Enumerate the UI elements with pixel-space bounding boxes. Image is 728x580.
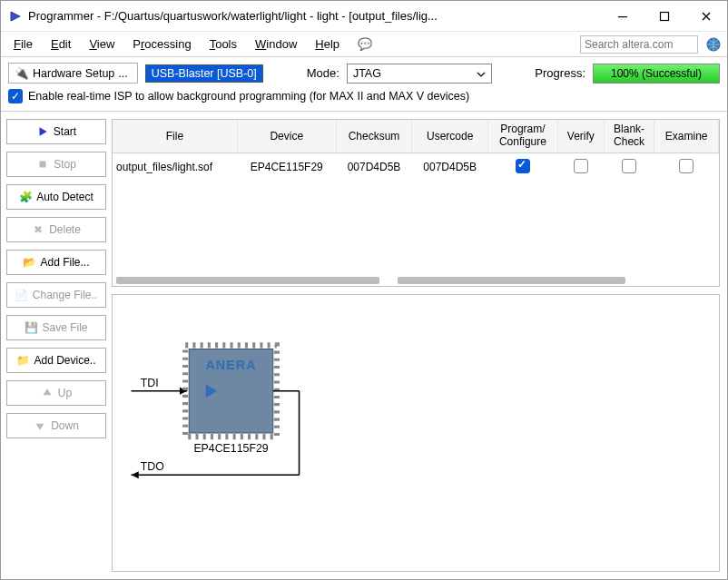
minimize-button[interactable]	[602, 2, 644, 31]
chip-icon[interactable]: ANERA	[185, 345, 277, 437]
selected-hardware[interactable]: USB-Blaster [USB-0]	[145, 64, 263, 83]
tdo-label: TDO	[141, 460, 164, 473]
add-file-label: Add File...	[40, 256, 89, 269]
svg-rect-1	[661, 12, 669, 20]
delete-button[interactable]: ✖ Delete	[6, 217, 106, 242]
menu-tools[interactable]: Tools	[202, 35, 244, 53]
add-device-label: Add Device..	[34, 354, 95, 367]
tdi-label: TDI	[141, 377, 159, 389]
title-bar: Programmer - F:/Quartus/quartuswork/wate…	[1, 1, 727, 32]
chevron-down-icon	[477, 67, 486, 80]
menu-view[interactable]: View	[82, 35, 122, 53]
change-file-icon: 📄	[15, 289, 28, 301]
menu-edit[interactable]: Edit	[44, 35, 78, 53]
sidebar: Start Stop 🧩 Auto Detect ✖ Delete 📂 Add …	[1, 112, 112, 579]
menu-feedback-icon[interactable]: 💬	[350, 35, 379, 53]
down-icon	[34, 419, 46, 432]
jtag-diagram: TDI ANERA EP4CE115F29 TDO	[112, 294, 720, 572]
progress-label: Progress:	[535, 66, 585, 80]
menu-file[interactable]: File	[6, 35, 40, 53]
delete-icon: ✖	[32, 223, 44, 236]
col-checksum[interactable]: Checksum	[336, 120, 412, 152]
progress-bar: 100% (Successful)	[593, 64, 720, 84]
cell-usercode: 007D4D5B	[412, 152, 488, 182]
save-file-icon: 💾	[25, 321, 37, 334]
down-button[interactable]: Down	[6, 413, 106, 438]
device-table: File Device Checksum Usercode Program/Co…	[112, 119, 720, 287]
delete-label: Delete	[49, 223, 81, 236]
add-file-button[interactable]: 📂 Add File...	[6, 250, 106, 275]
save-file-button[interactable]: 💾 Save File	[6, 315, 106, 340]
realtime-isp-checkbox[interactable]: ✓	[8, 89, 23, 103]
examine-checkbox[interactable]	[679, 159, 694, 173]
start-icon	[36, 125, 49, 138]
program-checkbox[interactable]	[516, 159, 530, 173]
menu-bar: File Edit View Processing Tools Window H…	[1, 32, 727, 57]
content: File Device Checksum Usercode Program/Co…	[112, 112, 727, 579]
chip-label: EP4CE115F29	[193, 442, 268, 455]
add-file-icon: 📂	[23, 256, 35, 269]
start-button[interactable]: Start	[6, 119, 106, 144]
table-row[interactable]: output_files/light.sof EP4CE115F29 007D4…	[113, 152, 719, 182]
mode-value: JTAG	[353, 67, 381, 80]
menu-window[interactable]: Window	[248, 35, 304, 53]
up-icon	[41, 387, 54, 399]
auto-detect-label: Auto Detect	[36, 191, 93, 203]
hardware-icon: 🔌	[15, 66, 29, 80]
col-file[interactable]: File	[113, 120, 237, 152]
down-label: Down	[51, 419, 79, 432]
globe-icon[interactable]	[705, 36, 722, 53]
realtime-isp-row: ✓ Enable real-time ISP to allow backgrou…	[1, 84, 727, 112]
hardware-setup-label: Hardware Setup	[33, 67, 114, 80]
realtime-isp-label: Enable real-time ISP to allow background…	[28, 90, 469, 103]
app-icon	[8, 9, 23, 24]
add-device-button[interactable]: 📁 Add Device..	[6, 348, 106, 373]
stop-icon	[36, 158, 49, 171]
menu-help[interactable]: Help	[308, 35, 347, 53]
change-file-button[interactable]: 📄 Change File..	[6, 282, 106, 308]
col-verify[interactable]: Verify	[557, 120, 604, 152]
main: Start Stop 🧩 Auto Detect ✖ Delete 📂 Add …	[1, 112, 727, 579]
mode-label: Mode:	[307, 66, 339, 80]
stop-button[interactable]: Stop	[6, 152, 106, 177]
hardware-setup-button[interactable]: 🔌 Hardware Setup	[8, 63, 138, 84]
menu-processing[interactable]: Processing	[125, 35, 198, 53]
start-label: Start	[54, 125, 76, 138]
auto-detect-button[interactable]: 🧩 Auto Detect	[6, 184, 106, 210]
maximize-button[interactable]	[644, 2, 685, 31]
auto-detect-icon: 🧩	[19, 191, 32, 203]
save-file-label: Save File	[42, 321, 87, 334]
stop-label: Stop	[54, 158, 76, 171]
col-blankcheck[interactable]: Blank-Check	[604, 120, 654, 152]
up-button[interactable]: Up	[6, 380, 106, 406]
svg-rect-0	[618, 16, 627, 17]
svg-rect-3	[40, 162, 46, 168]
col-device[interactable]: Device	[237, 120, 336, 152]
search-input[interactable]	[580, 35, 698, 54]
col-usercode[interactable]: Usercode	[412, 120, 488, 152]
cell-file: output_files/light.sof	[113, 152, 237, 182]
toolbar: 🔌 Hardware Setup USB-Blaster [USB-0] Mod…	[1, 57, 727, 84]
chip-logo: ANERA	[205, 358, 256, 372]
add-device-icon: 📁	[16, 354, 29, 367]
up-label: Up	[58, 387, 72, 399]
verify-checkbox[interactable]	[574, 159, 588, 173]
table-scrollbar[interactable]	[113, 277, 719, 286]
close-button[interactable]	[685, 2, 727, 31]
change-file-label: Change File..	[33, 289, 97, 301]
col-examine[interactable]: Examine	[654, 120, 719, 152]
window-title: Programmer - F:/Quartus/quartuswork/wate…	[28, 9, 602, 23]
mode-select[interactable]: JTAG	[347, 64, 492, 84]
cell-device: EP4CE115F29	[237, 152, 336, 182]
cell-checksum: 007D4D5B	[336, 152, 412, 182]
blankcheck-checkbox[interactable]	[622, 159, 636, 173]
col-program[interactable]: Program/Configure	[487, 120, 557, 152]
svg-marker-12	[132, 471, 139, 478]
